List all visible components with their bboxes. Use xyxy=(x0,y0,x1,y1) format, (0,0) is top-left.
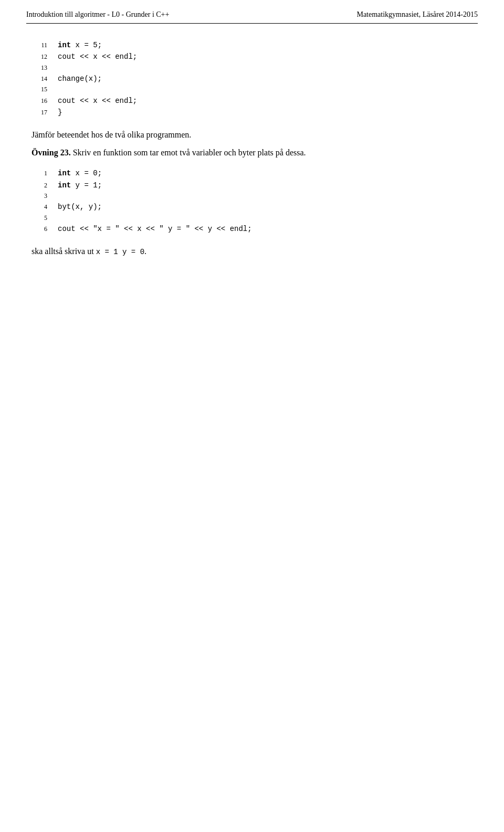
code-content-b1: int x = 0; xyxy=(58,167,102,179)
line-number-b2: 2 xyxy=(32,181,47,191)
line-number-b3: 3 xyxy=(32,191,47,201)
code-line-13: 13 xyxy=(32,63,472,73)
line-number-15: 15 xyxy=(32,85,47,94)
exercise-23-description: Skriv en funktion som tar emot två varia… xyxy=(71,148,306,157)
line-number-b4: 4 xyxy=(32,202,47,212)
code-line-b3: 3 xyxy=(32,191,472,201)
code-line-15: 15 xyxy=(32,85,472,94)
code-block-top: 11 int x = 5; 12 cout << x << endl; 13 1… xyxy=(32,39,472,118)
code-line-b6: 6 cout << "x = " << x << " y = " << y <<… xyxy=(32,223,472,235)
code-block-bottom: 1 int x = 0; 2 int y = 1; 3 4 byt(x, y);… xyxy=(32,167,472,235)
prose-paragraph-1: Jämför beteendet hos de två olika progra… xyxy=(32,129,472,141)
code-line-b4: 4 byt(x, y); xyxy=(32,201,472,213)
line-number-14: 14 xyxy=(32,74,47,84)
code-content-b2: int y = 1; xyxy=(58,180,102,191)
code-content-14: change(x); xyxy=(58,73,102,85)
page-header: Introduktion till algoritmer - L0 - Grun… xyxy=(26,10,478,24)
line-number-b5: 5 xyxy=(32,213,47,223)
prose-paragraph-2: ska alltså skriva ut x = 1 y = 0. xyxy=(32,245,472,258)
header-right-text: Matematikgymnasiet, Läsåret 2014-2015 xyxy=(356,10,478,19)
line-number-b6: 6 xyxy=(32,224,47,234)
code-content-12: cout << x << endl; xyxy=(58,51,137,62)
line-number-17: 17 xyxy=(32,108,47,118)
line-number-16: 16 xyxy=(32,96,47,106)
code-line-14: 14 change(x); xyxy=(32,73,472,85)
code-line-b1: 1 int x = 0; xyxy=(32,167,472,179)
exercise-23-label: Övning 23. xyxy=(32,148,71,157)
line-number-13: 13 xyxy=(32,63,47,73)
exercise-23: Övning 23. Skriv en funktion som tar emo… xyxy=(32,146,472,159)
inline-code-output: x = 1 y = 0 xyxy=(96,248,144,256)
line-number-11: 11 xyxy=(32,40,47,50)
code-content-b6: cout << "x = " << x << " y = " << y << e… xyxy=(58,223,252,235)
header-left-text: Introduktion till algoritmer - L0 - Grun… xyxy=(26,10,169,19)
code-content-b4: byt(x, y); xyxy=(58,201,102,213)
code-line-17: 17 } xyxy=(32,107,472,118)
code-content-17: } xyxy=(58,107,62,118)
exercise-23-text: Övning 23. Skriv en funktion som tar emo… xyxy=(32,146,472,159)
code-line-11: 11 int x = 5; xyxy=(32,39,472,51)
line-number-12: 12 xyxy=(32,52,47,62)
code-line-b5: 5 xyxy=(32,213,472,223)
code-line-12: 12 cout << x << endl; xyxy=(32,51,472,62)
code-content-11: int x = 5; xyxy=(58,39,102,51)
main-content: 11 int x = 5; 12 cout << x << endl; 13 1… xyxy=(26,39,478,258)
code-line-16: 16 cout << x << endl; xyxy=(32,95,472,107)
page: Introduktion till algoritmer - L0 - Grun… xyxy=(0,0,504,832)
line-number-b1: 1 xyxy=(32,168,47,178)
code-line-b2: 2 int y = 1; xyxy=(32,180,472,191)
code-content-16: cout << x << endl; xyxy=(58,95,137,107)
